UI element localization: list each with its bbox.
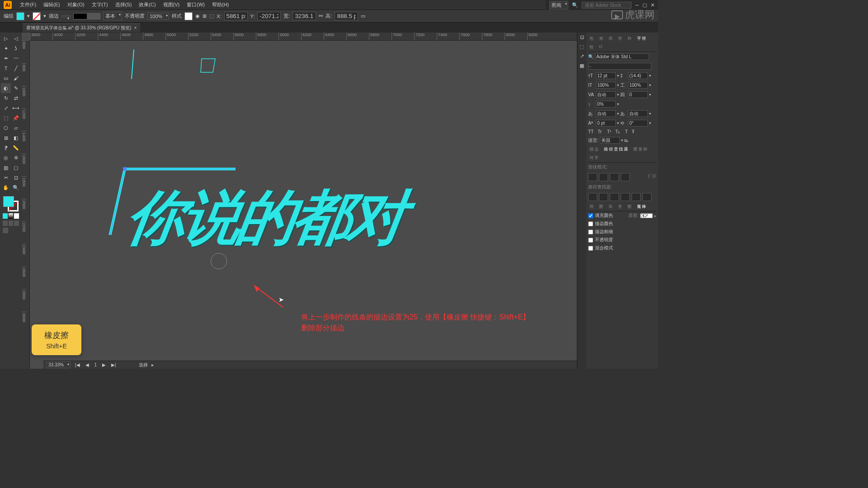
superscript-icon[interactable]: T¹ (607, 129, 611, 134)
recolor-icon[interactable]: ◉ (195, 13, 200, 19)
link-wh-icon[interactable]: ⚯ (319, 13, 323, 19)
outline-button[interactable] (632, 193, 641, 201)
trim-button[interactable] (599, 193, 608, 201)
puppet-tool[interactable]: 📌 (11, 113, 21, 123)
tab-opentype[interactable]: O (598, 44, 604, 51)
line-tool[interactable]: ╱ (11, 63, 21, 73)
gradient-tool[interactable]: ◧ (11, 133, 21, 143)
stroke-color-checkbox[interactable] (588, 221, 593, 226)
tab-symbol[interactable]: 符 (617, 35, 624, 42)
pen-tool[interactable]: ✒ (1, 53, 11, 63)
tab-graphic-styles[interactable]: 图形样 (632, 146, 650, 153)
tab-pathfinder[interactable]: 路径查找器 (603, 146, 630, 153)
font-size-input[interactable] (596, 72, 616, 79)
transform-icon[interactable]: ⬚ (209, 13, 214, 19)
menu-window[interactable]: 窗口(W) (183, 1, 208, 8)
baseline-opt-input[interactable] (596, 101, 616, 108)
direct-selection-tool[interactable]: ◁ (11, 33, 21, 43)
horizontal-ruler[interactable]: 3800400042004400460048005000520054005600… (30, 33, 577, 41)
draw-behind-icon[interactable] (9, 221, 14, 226)
intersect-button[interactable] (610, 173, 619, 181)
h-input[interactable] (335, 12, 358, 20)
graph-tool[interactable]: ▥ (1, 163, 11, 173)
align2-input[interactable] (628, 110, 648, 117)
tab-character[interactable]: 字符 (636, 35, 648, 42)
fill-dropdown-icon[interactable]: ▾ (27, 13, 30, 19)
opacity-dropdown[interactable]: 100% (147, 13, 169, 20)
blend-tool[interactable]: ◎ (1, 153, 11, 163)
fill-swatch[interactable] (16, 12, 24, 20)
measure-tool[interactable]: 📏 (11, 143, 21, 153)
menu-file[interactable]: 文件(F) (16, 1, 40, 8)
first-artboard-icon[interactable]: |◀ (74, 362, 81, 367)
draw-normal-icon[interactable] (3, 221, 8, 226)
opacity-checkbox[interactable] (588, 238, 593, 243)
x-input[interactable] (224, 12, 248, 20)
style-swatch[interactable] (184, 12, 193, 20)
slice-tool[interactable]: ✂ (1, 173, 11, 183)
kerning-input[interactable] (596, 91, 616, 98)
next-artboard-icon[interactable]: ▶ (101, 362, 107, 367)
blend-mode-checkbox[interactable] (588, 246, 593, 251)
perspective-tool[interactable]: ▱ (11, 123, 21, 133)
font-family-input[interactable] (595, 53, 649, 60)
antialias-icon[interactable]: aₐ (624, 138, 629, 143)
char-rotation-input[interactable] (628, 120, 648, 127)
leading-input[interactable] (628, 72, 648, 79)
gradient-mode-swatch[interactable] (9, 213, 14, 219)
asset-panel-icon[interactable]: ▦ (580, 63, 584, 69)
tab-layers2[interactable]: 图 (626, 203, 634, 210)
tab-close-icon[interactable]: × (134, 25, 137, 30)
draw-inside-icon[interactable] (14, 221, 19, 226)
menu-select[interactable]: 选择(S) (112, 1, 136, 8)
w-input[interactable] (292, 12, 316, 20)
vscale-input[interactable] (596, 82, 616, 89)
shape-options-icon[interactable]: ▭ (361, 13, 365, 19)
profile-dropdown[interactable]: 基本 (103, 12, 122, 20)
divide-button[interactable] (588, 193, 597, 201)
last-artboard-icon[interactable]: ▶| (110, 362, 117, 367)
expand-button[interactable]: 扩展 (647, 173, 656, 181)
unite-button[interactable] (588, 173, 597, 181)
underline-icon[interactable]: T (625, 129, 628, 134)
selection-info-dropdown-icon[interactable]: ▸ (151, 362, 154, 367)
exclude-button[interactable] (621, 173, 630, 181)
tab-appearance[interactable]: 外 (626, 35, 634, 42)
stroke-dropdown-icon[interactable]: ▾ (43, 13, 46, 19)
eyedropper-tool[interactable]: ⁋ (1, 143, 11, 153)
baseline-shift-input[interactable] (596, 120, 616, 127)
pencil-tool[interactable]: ✎ (11, 83, 21, 93)
type-tool[interactable]: T (1, 63, 11, 73)
tab-magic-wand[interactable]: 魔棒 (636, 203, 648, 210)
shape-builder-tool[interactable]: ⬡ (1, 123, 11, 133)
tab-gradient[interactable]: 渐 (598, 35, 605, 42)
font-style-input[interactable] (588, 63, 651, 70)
symbol-tool[interactable]: ✲ (11, 153, 21, 163)
selection-tool[interactable]: ▷ (1, 33, 11, 43)
crop-button[interactable] (621, 193, 630, 201)
caps-tt[interactable]: TT (588, 129, 594, 134)
caps-tr[interactable]: Tr (598, 129, 602, 134)
search-font-icon[interactable]: 🔍 (588, 54, 594, 59)
fill-color-checkbox[interactable] (588, 213, 593, 218)
zoom-dropdown[interactable]: 33.33% (46, 361, 71, 368)
minus-back-button[interactable] (642, 193, 651, 201)
tab-library2[interactable]: 库 (607, 203, 615, 210)
workspace-dropdown[interactable]: 图南 (549, 1, 568, 9)
free-transform-tool[interactable]: ⬚ (1, 113, 11, 123)
y-input[interactable] (257, 12, 281, 20)
maximize-icon[interactable]: ▢ (642, 2, 647, 8)
print-tiling-tool[interactable]: ⊡ (11, 173, 21, 183)
menu-edit[interactable]: 编辑(E) (40, 1, 64, 8)
lasso-tool[interactable]: ʖ (11, 43, 21, 53)
width-tool[interactable]: ⟷ (11, 103, 21, 113)
scale-tool[interactable]: ⤢ (1, 103, 11, 113)
tab-color[interactable]: 色 (588, 35, 596, 42)
minus-front-button[interactable] (599, 173, 608, 181)
properties-panel-icon[interactable]: ⊡ (580, 34, 584, 40)
stroke-profile-preview[interactable] (73, 13, 100, 19)
menu-help[interactable]: 帮助(H) (208, 1, 232, 8)
screen-mode-icon[interactable] (3, 228, 8, 233)
tracking-input[interactable] (628, 91, 648, 98)
eraser-tool[interactable]: ◐ (1, 83, 11, 93)
